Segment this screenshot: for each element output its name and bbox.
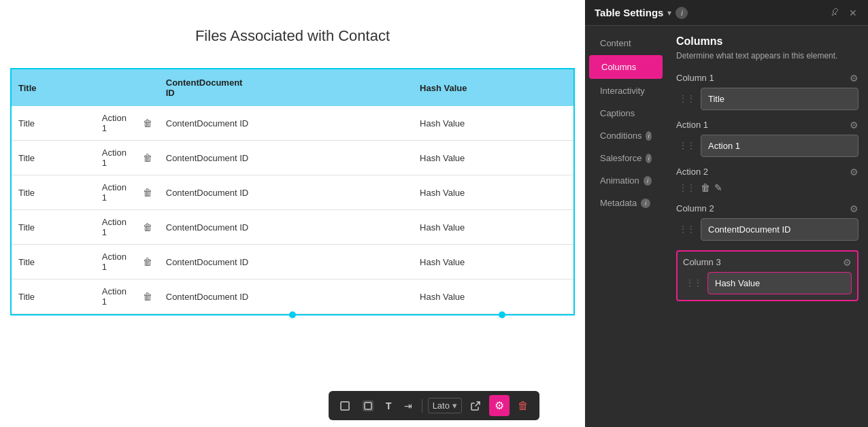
draw-icon	[339, 400, 350, 411]
action2-edit-icon[interactable]: ✎	[714, 182, 722, 193]
cell-action: Action 1	[95, 175, 136, 210]
column2-drag-handle[interactable]: ⋮⋮	[676, 223, 698, 235]
action1-gear-icon[interactable]: ⚙	[850, 120, 858, 131]
delete-button[interactable]: 🗑	[514, 397, 533, 415]
resize-handle-right[interactable]	[499, 311, 505, 318]
action2-drag-handle[interactable]: ⋮⋮	[676, 182, 698, 194]
action2-trash-icon[interactable]: 🗑	[701, 182, 710, 193]
action2-gear-icon[interactable]: ⚙	[850, 167, 858, 177]
action1-section: Action 1 ⚙ ⋮⋮	[676, 120, 858, 157]
animation-info-icon: i	[644, 176, 652, 186]
tab-captions[interactable]: Captions	[589, 103, 663, 124]
column1-gear-icon[interactable]: ⚙	[850, 73, 858, 84]
col-header-blank	[136, 69, 159, 106]
text-icon: T	[386, 400, 392, 411]
row-delete-icon[interactable]: 🗑	[143, 152, 152, 163]
column2-gear-icon[interactable]: ⚙	[850, 203, 858, 214]
cell-contentdoc: ContentDocument ID	[159, 210, 413, 245]
col-header-contentdoc: ContentDocumentID	[159, 69, 413, 106]
tab-conditions[interactable]: Conditions i	[589, 125, 663, 146]
column3-drag-handle[interactable]: ⋮⋮	[683, 277, 705, 289]
panel-info-icon[interactable]: i	[675, 7, 688, 19]
settings-icon: ⚙	[495, 400, 504, 411]
tab-metadata-label: Metadata	[600, 198, 637, 208]
data-table: Title ContentDocumentID Hash Value Title…	[12, 69, 573, 314]
column2-input-row: ⋮⋮	[676, 218, 858, 241]
row-delete-icon[interactable]: 🗑	[143, 187, 152, 198]
cell-delete[interactable]: 🗑	[136, 106, 159, 141]
cell-delete[interactable]: 🗑	[136, 279, 159, 314]
close-icon: ✕	[849, 7, 857, 18]
column2-input[interactable]	[701, 218, 858, 241]
cell-delete[interactable]: 🗑	[136, 210, 159, 245]
cell-delete[interactable]: 🗑	[136, 245, 159, 279]
tab-salesforce[interactable]: Salesforce i	[589, 148, 663, 169]
tab-animation[interactable]: Animation i	[589, 170, 663, 191]
panel-header: Table Settings ▾ i ✕	[585, 0, 868, 26]
frame-tool-button[interactable]	[358, 398, 378, 414]
resize-handle-bottom[interactable]	[289, 311, 296, 318]
column3-input-row: ⋮⋮	[683, 272, 852, 294]
action1-header: Action 1 ⚙	[676, 120, 858, 131]
column3-input[interactable]	[707, 272, 852, 294]
column1-input[interactable]	[701, 88, 858, 110]
text-tool-button[interactable]: T	[382, 398, 396, 414]
close-button[interactable]: ✕	[848, 6, 858, 20]
action1-input-row: ⋮⋮	[676, 135, 858, 157]
tab-interactivity-label: Interactivity	[600, 86, 645, 96]
column3-section: Column 3 ⚙ ⋮⋮	[676, 250, 858, 301]
cell-action: Action 1	[95, 141, 136, 175]
tab-metadata[interactable]: Metadata i	[589, 192, 663, 214]
cell-action: Action 1	[95, 279, 136, 314]
cell-action: Action 1	[95, 106, 136, 141]
svg-rect-0	[341, 402, 349, 410]
cell-hashvalue: Hash Value	[413, 210, 573, 245]
panel-chevron-icon[interactable]: ▾	[667, 8, 671, 18]
cell-delete[interactable]: 🗑	[136, 175, 159, 210]
action2-input-row: ⋮⋮ 🗑 ✎	[676, 182, 858, 194]
column2-label: Column 2	[676, 203, 714, 214]
table-row: TitleAction 1🗑ContentDocument IDHash Val…	[12, 141, 573, 175]
pin-button[interactable]	[829, 5, 841, 20]
metadata-info-icon: i	[641, 199, 650, 208]
column1-input-row: ⋮⋮	[676, 88, 858, 110]
columns-description: Determine what text appears in this elem…	[676, 50, 858, 62]
panel-header-icons: ✕	[829, 5, 858, 20]
font-selector[interactable]: Lato ▾	[428, 398, 462, 413]
tab-content[interactable]: Content	[589, 33, 663, 54]
column1-drag-handle[interactable]: ⋮⋮	[676, 92, 698, 105]
tab-columns-label: Columns	[601, 62, 636, 72]
cell-title: Title	[12, 141, 95, 175]
row-delete-icon[interactable]: 🗑	[143, 256, 152, 267]
column1-header: Column 1 ⚙	[676, 73, 858, 84]
table-row: TitleAction 1🗑ContentDocument IDHash Val…	[12, 175, 573, 210]
cell-contentdoc: ContentDocument ID	[159, 279, 413, 314]
cell-action: Action 1	[95, 210, 136, 245]
action1-input[interactable]	[701, 135, 858, 157]
column2-section: Column 2 ⚙ ⋮⋮	[676, 203, 858, 241]
cell-delete[interactable]: 🗑	[136, 141, 159, 175]
cell-title: Title	[12, 245, 95, 279]
column3-label: Column 3	[683, 257, 721, 267]
column3-gear-icon[interactable]: ⚙	[843, 257, 852, 268]
align-tool-button[interactable]: ⇥	[400, 398, 416, 414]
external-link-button[interactable]	[466, 398, 485, 414]
draw-tool-button[interactable]	[335, 398, 354, 414]
row-delete-icon[interactable]: 🗑	[143, 118, 152, 129]
cell-hashvalue: Hash Value	[413, 106, 573, 141]
tab-interactivity[interactable]: Interactivity	[589, 80, 663, 101]
panel-tabs: Content Columns Interactivity Captions C…	[585, 26, 667, 427]
tab-columns[interactable]: Columns	[589, 55, 663, 79]
panel-title: Table Settings	[595, 7, 663, 18]
cell-contentdoc: ContentDocument ID	[159, 245, 413, 279]
table-row: TitleAction 1🗑ContentDocument IDHash Val…	[12, 106, 573, 141]
cell-contentdoc: ContentDocument ID	[159, 141, 413, 175]
cell-contentdoc: ContentDocument ID	[159, 106, 413, 141]
settings-button[interactable]: ⚙	[489, 395, 510, 416]
cell-action: Action 1	[95, 245, 136, 279]
row-delete-icon[interactable]: 🗑	[143, 291, 152, 302]
toolbar-divider	[422, 399, 422, 413]
action1-drag-handle[interactable]: ⋮⋮	[676, 139, 698, 152]
canvas-area: Files Associated with Contact Table Titl…	[0, 0, 585, 427]
row-delete-icon[interactable]: 🗑	[143, 222, 152, 233]
